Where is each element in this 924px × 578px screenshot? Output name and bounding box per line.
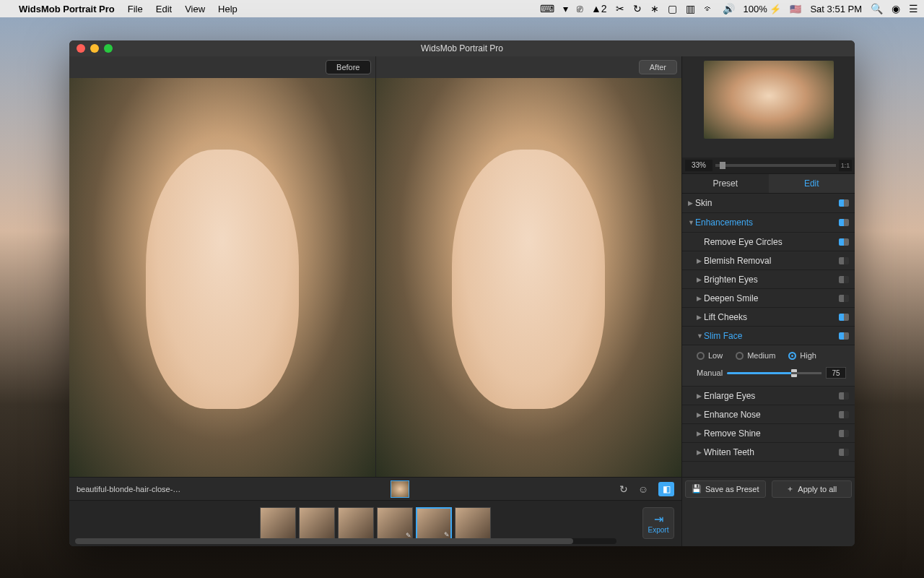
info-bar: beautiful-blonde-hair-close-… ↻ ☺ ◧ xyxy=(69,477,681,500)
sub-blemish-removal[interactable]: ▶Blemish Removal xyxy=(682,251,855,269)
preview-thumbnail[interactable] xyxy=(682,56,855,158)
save-preset-button[interactable]: 💾 Save as Preset xyxy=(685,480,766,498)
export-icon: ⇥ xyxy=(654,512,663,526)
face-thumbnail[interactable] xyxy=(391,480,409,498)
window-title: WidsMob Portrait Pro xyxy=(69,43,855,53)
siri-icon[interactable]: ◉ xyxy=(892,3,900,14)
menu-view[interactable]: View xyxy=(185,4,205,14)
titlebar[interactable]: WidsMob Portrait Pro xyxy=(69,40,855,56)
slim-toggle[interactable] xyxy=(839,332,849,340)
app-window: WidsMob Portrait Pro Before After beauti… xyxy=(69,40,855,546)
plus-icon: ＋ xyxy=(786,483,794,494)
deepen-toggle[interactable] xyxy=(839,295,849,302)
thumbnail-4[interactable]: ✎ xyxy=(377,507,413,540)
filename-label: beautiful-blonde-hair-close-… xyxy=(77,485,180,493)
sub-slim-face[interactable]: ▼Slim Face xyxy=(682,326,855,345)
adobe-icon[interactable]: ▲2 xyxy=(591,3,607,14)
minimize-window-button[interactable] xyxy=(90,44,99,53)
manual-value[interactable]: 75 xyxy=(826,367,846,379)
before-label: Before xyxy=(326,60,370,74)
battery-status[interactable]: 100% ⚡ xyxy=(744,4,782,14)
sub-enlarge-eyes[interactable]: ▶Enlarge Eyes xyxy=(682,386,855,405)
sub-enhance-nose[interactable]: ▶Enhance Nose xyxy=(682,405,855,423)
thumbnail-2[interactable] xyxy=(299,507,335,540)
sub-lift-cheeks[interactable]: ▶Lift Cheeks xyxy=(682,307,855,326)
sub-remove-eye-circles[interactable]: Remove Eye Circles xyxy=(682,232,855,251)
menu-help[interactable]: Help xyxy=(218,4,237,14)
thumbnail-1[interactable] xyxy=(260,507,296,540)
main-panel: Before After beautiful-blonde-hair-close… xyxy=(69,56,681,546)
sidebar: 33% 1:1 Preset Edit ▶ Skin ▼ xyxy=(681,56,855,546)
manual-slider[interactable] xyxy=(727,372,821,374)
lift-toggle[interactable] xyxy=(839,314,849,321)
thumbnail-6[interactable] xyxy=(455,507,491,540)
chevron-down-icon: ▼ xyxy=(697,332,704,340)
bluetooth-icon[interactable]: ∗ xyxy=(650,3,659,14)
chevron-right-icon: ▶ xyxy=(697,276,704,283)
close-window-button[interactable] xyxy=(77,44,85,53)
chevron-right-icon: ▶ xyxy=(688,199,695,207)
sub-remove-shine[interactable]: ▶Remove Shine xyxy=(682,423,855,442)
apply-all-button[interactable]: ＋ Apply to all xyxy=(772,480,853,498)
remove-eye-toggle[interactable] xyxy=(839,238,849,246)
filmstrip-scrollbar[interactable] xyxy=(75,538,616,544)
blemish-toggle[interactable] xyxy=(839,257,849,264)
edited-icon: ✎ xyxy=(406,532,411,539)
tab-edit[interactable]: Edit xyxy=(769,174,855,193)
nose-toggle[interactable] xyxy=(839,411,849,418)
scissors-icon[interactable]: ✂ xyxy=(616,3,624,14)
input-flag[interactable]: 🇺🇸 xyxy=(790,4,801,14)
thumbnail-5[interactable]: ✎ xyxy=(416,507,452,540)
slim-face-options: Low Medium High Manual 75 xyxy=(682,345,855,386)
sub-deepen-smile[interactable]: ▶Deepen Smile xyxy=(682,288,855,307)
zoom-percent[interactable]: 33% xyxy=(685,160,712,171)
keyboard-icon[interactable]: ⌨ xyxy=(540,3,554,14)
menu-edit[interactable]: Edit xyxy=(156,4,172,14)
slim-low-radio[interactable]: Low xyxy=(697,351,723,360)
app-menu[interactable]: WidsMob Portrait Pro xyxy=(19,4,115,14)
before-image[interactable] xyxy=(69,78,376,477)
chevron-right-icon: ▶ xyxy=(697,392,704,400)
chevron-right-icon: ▶ xyxy=(697,257,704,264)
camera-icon[interactable]: ⎚ xyxy=(577,3,583,14)
sub-whiten-teeth[interactable]: ▶Whiten Teeth xyxy=(682,442,855,461)
sub-brighten-eyes[interactable]: ▶Brighten Eyes xyxy=(682,269,855,288)
display-icon[interactable]: ▥ xyxy=(686,3,695,14)
slim-medium-radio[interactable]: Medium xyxy=(736,351,775,360)
menu-file[interactable]: File xyxy=(128,4,143,14)
enhancements-toggle[interactable] xyxy=(839,219,849,226)
zoom-slider[interactable] xyxy=(715,164,836,167)
thumbnail-3[interactable] xyxy=(338,507,374,540)
chevron-down-icon: ▼ xyxy=(688,219,695,226)
compare-view-button[interactable]: ◧ xyxy=(658,482,674,496)
spotlight-icon[interactable]: 🔍 xyxy=(871,3,883,14)
enlarge-toggle[interactable] xyxy=(839,392,849,400)
airplay-icon[interactable]: ▢ xyxy=(668,3,677,14)
zoom-fit-button[interactable]: 1:1 xyxy=(839,160,852,171)
maximize-window-button[interactable] xyxy=(104,44,113,53)
chevron-right-icon: ▶ xyxy=(697,314,704,321)
timemachine-icon[interactable]: ↻ xyxy=(633,3,642,14)
volume-icon[interactable]: 🔊 xyxy=(723,3,735,14)
tab-preset[interactable]: Preset xyxy=(682,174,769,193)
section-enhancements[interactable]: ▼ Enhancements xyxy=(682,213,855,232)
wifi-icon[interactable]: ᯤ xyxy=(704,3,714,14)
notification-icon[interactable]: ☰ xyxy=(909,3,918,14)
brighten-toggle[interactable] xyxy=(839,276,849,283)
vpn-icon[interactable]: ▾ xyxy=(563,3,568,14)
face-detect-icon[interactable]: ☺ xyxy=(638,483,648,495)
section-skin[interactable]: ▶ Skin xyxy=(682,194,855,212)
after-image[interactable] xyxy=(376,78,682,477)
chevron-right-icon: ▶ xyxy=(697,449,704,456)
skin-toggle[interactable] xyxy=(839,199,849,207)
action-bar: 💾 Save as Preset ＋ Apply to all xyxy=(681,477,855,500)
whiten-toggle[interactable] xyxy=(839,449,849,456)
menubar-clock[interactable]: Sat 3:51 PM xyxy=(810,4,862,14)
rotate-icon[interactable]: ↻ xyxy=(619,483,628,495)
export-button[interactable]: ⇥ Export xyxy=(642,507,674,539)
save-icon: 💾 xyxy=(692,484,702,493)
chevron-right-icon: ▶ xyxy=(697,430,704,437)
shine-toggle[interactable] xyxy=(839,430,849,437)
slim-high-radio[interactable]: High xyxy=(788,351,816,360)
chevron-right-icon: ▶ xyxy=(697,295,704,302)
